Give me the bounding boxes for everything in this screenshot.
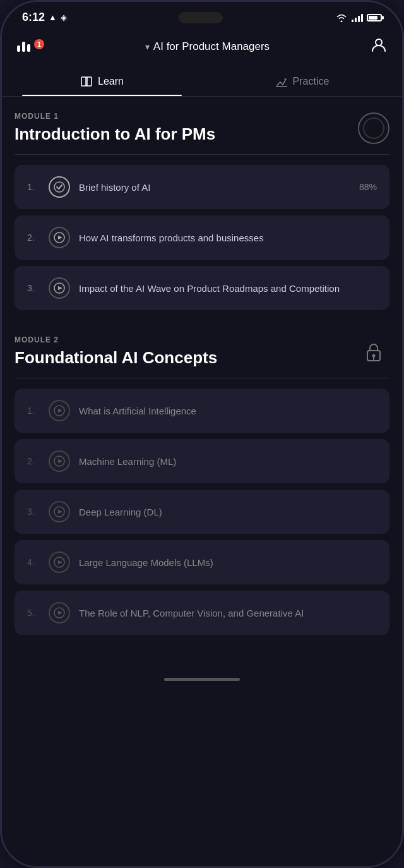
- lesson-2-1[interactable]: 1. What is Artificial Intelligence: [15, 389, 389, 433]
- lesson-2-4-number: 4.: [27, 557, 40, 567]
- tab-learn-label: Learn: [98, 76, 124, 87]
- module-2-section: MODULE 2 Foundational AI Concepts: [15, 320, 389, 378]
- lesson-1-2-title: How AI transforms products and businesse…: [79, 231, 377, 244]
- play-icon-2-3: [54, 506, 65, 517]
- lesson-2-1-icon: [49, 400, 70, 421]
- notification-badge[interactable]: 1: [34, 39, 44, 49]
- lesson-2-3-number: 3.: [27, 507, 40, 517]
- lesson-2-2-title: Machine Learning (ML): [79, 455, 377, 468]
- practice-icon: [275, 76, 288, 87]
- lesson-2-4-icon: [49, 552, 70, 573]
- svg-marker-11: [58, 286, 62, 290]
- lesson-2-2-icon: [49, 450, 70, 472]
- module-2-title: Foundational AI Concepts: [15, 348, 217, 368]
- svg-point-0: [376, 39, 382, 45]
- chevron-icon: ▾: [145, 42, 150, 52]
- alert-icon: ▲: [49, 13, 57, 22]
- play-icon-2-1: [54, 405, 65, 416]
- lesson-1-1-title: Brief history of AI: [79, 181, 350, 194]
- svg-rect-1: [81, 77, 86, 86]
- tab-learn[interactable]: Learn: [2, 67, 202, 96]
- lesson-1-2-number: 2.: [27, 232, 40, 243]
- lesson-1-2-icon: [49, 227, 70, 248]
- home-bar: [164, 678, 240, 681]
- logo-bars: [17, 42, 30, 52]
- module-1-progress-circle: [358, 112, 389, 144]
- tab-bar: Learn Practice: [2, 67, 402, 97]
- svg-marker-24: [58, 611, 62, 615]
- tab-practice-label: Practice: [293, 76, 330, 87]
- logo-bar-2: [22, 42, 25, 52]
- lesson-2-5-title: The Role of NLP, Computer Vision, and Ge…: [79, 606, 377, 620]
- module-2-lessons: 1. What is Artificial Intelligence 2.: [15, 378, 389, 645]
- lesson-1-3-number: 3.: [27, 283, 40, 293]
- svg-marker-22: [58, 560, 62, 564]
- home-indicator: [2, 670, 402, 691]
- profile-svg: [371, 37, 387, 53]
- svg-rect-2: [87, 77, 92, 86]
- module-2-lock-icon: [358, 336, 389, 368]
- logo-bar-1: [17, 45, 20, 52]
- status-right-icons: [335, 13, 382, 22]
- wifi-icon: [335, 13, 348, 22]
- svg-marker-20: [58, 510, 62, 514]
- course-title: AI for Product Managers: [153, 40, 270, 53]
- module-1-section: MODULE 1 Introduction to AI for PMs: [15, 97, 389, 155]
- tab-practice[interactable]: Practice: [202, 67, 402, 96]
- logo-bar-3: [27, 44, 30, 52]
- lesson-1-3-title: Impact of the AI Wave on Product Roadmap…: [79, 282, 377, 295]
- play-icon-2-2: [54, 455, 65, 467]
- lesson-1-1[interactable]: 1. Brief history of AI 88%: [15, 165, 389, 209]
- check-icon: [54, 181, 65, 193]
- phone-frame: 6:12 ▲ ◈: [0, 0, 404, 868]
- play-icon-2-5: [54, 607, 65, 618]
- course-selector[interactable]: ▾ AI for Product Managers: [145, 40, 270, 53]
- lesson-2-3[interactable]: 3. Deep Learning (DL): [15, 490, 389, 534]
- shield-icon: ◈: [61, 13, 67, 22]
- module-2-header: MODULE 2 Foundational AI Concepts: [15, 335, 389, 368]
- main-content: MODULE 1 Introduction to AI for PMs 1.: [2, 97, 402, 670]
- module-1-header: MODULE 1 Introduction to AI for PMs: [15, 112, 389, 144]
- profile-button[interactable]: [371, 37, 387, 57]
- module-1-lessons: 1. Brief history of AI 88% 2.: [15, 155, 389, 320]
- app-header: 1 ▾ AI for Product Managers: [2, 29, 402, 67]
- lock-svg: [364, 341, 384, 363]
- lesson-2-2[interactable]: 2. Machine Learning (ML): [15, 439, 389, 483]
- svg-marker-18: [58, 459, 62, 463]
- lesson-1-1-icon: [49, 176, 70, 198]
- lesson-2-4[interactable]: 4. Large Language Models (LLMs): [15, 540, 389, 584]
- lesson-2-3-icon: [49, 501, 70, 522]
- lesson-1-2[interactable]: 2. How AI transforms products and busine…: [15, 215, 389, 260]
- lesson-1-3[interactable]: 3. Impact of the AI Wave on Product Road…: [15, 266, 389, 310]
- status-bar: 6:12 ▲ ◈: [2, 2, 402, 29]
- progress-arc: [361, 116, 386, 141]
- lesson-2-5[interactable]: 5. The Role of NLP, Computer Vision, and…: [15, 591, 389, 635]
- play-icon-2-4: [54, 557, 65, 568]
- lesson-2-2-number: 2.: [27, 456, 40, 466]
- lesson-2-1-number: 1.: [27, 406, 40, 416]
- svg-marker-16: [58, 409, 62, 413]
- module-1-label: MODULE 1: [15, 112, 215, 121]
- camera-cutout: [179, 12, 223, 23]
- lesson-1-3-icon: [49, 277, 70, 299]
- play-icon-1-3: [54, 282, 65, 294]
- lesson-2-5-number: 5.: [27, 608, 40, 618]
- svg-point-6: [364, 118, 384, 138]
- battery-icon: [367, 14, 382, 21]
- book-icon: [80, 76, 93, 87]
- module-1-title: Introduction to AI for PMs: [15, 124, 215, 144]
- svg-point-7: [54, 182, 64, 192]
- lesson-2-4-title: Large Language Models (LLMs): [79, 556, 377, 569]
- module-2-label: MODULE 2: [15, 335, 217, 344]
- status-time: 6:12: [22, 11, 45, 24]
- phone-screen: 6:12 ▲ ◈: [2, 2, 402, 866]
- lesson-1-1-progress: 88%: [359, 182, 377, 192]
- lesson-2-5-icon: [49, 602, 70, 624]
- battery-fill: [369, 16, 377, 20]
- logo-area: 1: [17, 39, 44, 54]
- signal-icon: [352, 13, 363, 22]
- lesson-1-1-number: 1.: [27, 182, 40, 192]
- lesson-2-1-title: What is Artificial Intelligence: [79, 404, 377, 418]
- play-icon-1-2: [54, 232, 65, 243]
- svg-marker-9: [58, 236, 62, 239]
